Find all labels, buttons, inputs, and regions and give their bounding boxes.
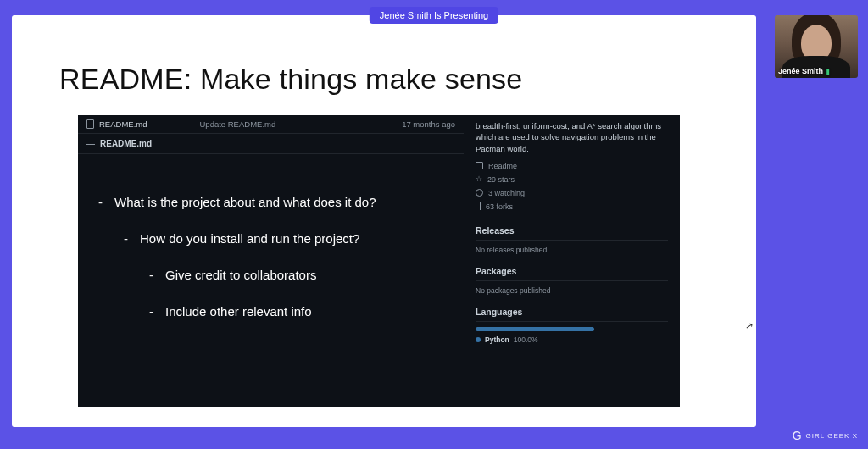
language-name: Python: [485, 335, 509, 344]
meta-readme: Readme: [488, 162, 517, 170]
packages-section: Packages No packages published: [476, 266, 668, 295]
language-row: Python 100.0%: [476, 335, 668, 344]
file-name: README.md: [99, 119, 147, 129]
readme-header: README.md: [78, 134, 464, 154]
list-icon: [86, 141, 95, 147]
shared-slide[interactable]: README: Make things make sense README.md…: [12, 15, 756, 427]
meta-stars: 29 stars: [487, 175, 515, 184]
eye-icon: [476, 189, 483, 197]
releases-title: Releases: [476, 225, 668, 236]
github-screenshot: README.md Update README.md 17 months ago…: [78, 115, 680, 407]
bullet: -Include other relevant info: [98, 304, 447, 319]
readme-body: -What is the project about and what does…: [78, 154, 464, 319]
file-icon: [86, 119, 94, 129]
presenter-name: Jenée Smith: [778, 67, 823, 75]
languages-title: Languages: [476, 307, 668, 317]
languages-section: Languages Python 100.0%: [476, 307, 668, 344]
meeting-stage: Jenée Smith Is Presenting README: Make t…: [0, 0, 868, 449]
star-icon: ☆: [476, 175, 482, 183]
repo-meta: Readme ☆29 stars 3 watching 63 forks: [476, 159, 668, 213]
brand-label: GIRL GEEK X: [806, 432, 858, 440]
bullet: -What is the project about and what does…: [98, 195, 447, 209]
releases-section: Releases No releases published: [476, 225, 668, 254]
presenter-name-tag: Jenée Smith |||: [778, 67, 829, 75]
meta-watching: 3 watching: [488, 189, 525, 197]
bullet: -Give credit to collaborators: [98, 268, 447, 282]
file-row: README.md Update README.md 17 months ago: [78, 115, 464, 134]
brand-watermark: G GIRL GEEK X: [793, 429, 858, 442]
bullet-text: How do you install and run the project?: [140, 231, 359, 246]
bullet-text: Include other relevant info: [165, 304, 312, 319]
meta-forks: 63 forks: [486, 202, 513, 211]
commit-message: Update README.md: [147, 119, 402, 129]
brand-glyph: G: [793, 429, 803, 442]
language-pct: 100.0%: [514, 335, 538, 344]
bullet-text: What is the project about and what does …: [114, 195, 376, 209]
commit-age: 17 months ago: [402, 119, 455, 129]
presenting-badge: Jenée Smith Is Presenting: [370, 7, 498, 24]
bullet: -How do you install and run the project?: [98, 231, 447, 246]
fork-icon: [476, 202, 481, 210]
slide-title: README: Make things make sense: [59, 63, 522, 96]
presenter-webcam[interactable]: Jenée Smith |||: [775, 15, 858, 78]
repo-description: breadth-first, uniform-cost, and A* sear…: [476, 120, 668, 154]
language-bar: [476, 327, 594, 331]
language-dot-icon: [476, 337, 481, 342]
bullet-text: Give credit to collaborators: [165, 268, 316, 282]
github-sidebar: breadth-first, uniform-cost, and A* sear…: [464, 115, 680, 407]
packages-sub: No packages published: [476, 286, 668, 295]
releases-sub: No releases published: [476, 246, 668, 254]
book-icon: [476, 162, 483, 169]
speaking-icon: |||: [826, 68, 829, 75]
presenting-badge-text: Jenée Smith Is Presenting: [380, 10, 488, 20]
readme-header-text: README.md: [100, 139, 152, 148]
packages-title: Packages: [476, 266, 668, 276]
github-left-pane: README.md Update README.md 17 months ago…: [78, 115, 464, 407]
